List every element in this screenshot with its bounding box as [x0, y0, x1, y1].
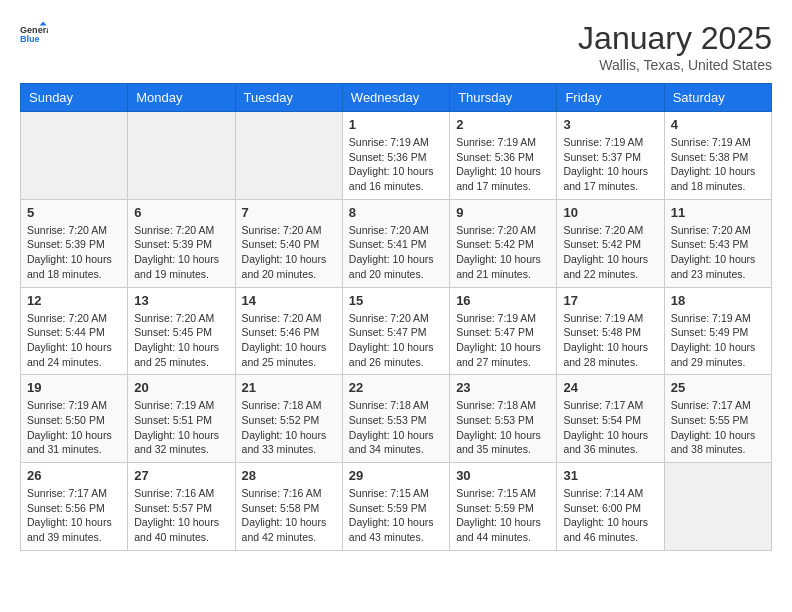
- week-row-2: 5Sunrise: 7:20 AM Sunset: 5:39 PM Daylig…: [21, 199, 772, 287]
- logo: General Blue: [20, 20, 48, 48]
- day-number: 12: [27, 293, 121, 308]
- day-cell: 18Sunrise: 7:19 AM Sunset: 5:49 PM Dayli…: [664, 287, 771, 375]
- day-number: 5: [27, 205, 121, 220]
- day-number: 1: [349, 117, 443, 132]
- day-info: Sunrise: 7:18 AM Sunset: 5:53 PM Dayligh…: [349, 398, 443, 457]
- day-number: 10: [563, 205, 657, 220]
- day-number: 7: [242, 205, 336, 220]
- day-cell: 23Sunrise: 7:18 AM Sunset: 5:53 PM Dayli…: [450, 375, 557, 463]
- day-info: Sunrise: 7:18 AM Sunset: 5:52 PM Dayligh…: [242, 398, 336, 457]
- day-info: Sunrise: 7:15 AM Sunset: 5:59 PM Dayligh…: [349, 486, 443, 545]
- weekday-header-friday: Friday: [557, 84, 664, 112]
- logo-icon: General Blue: [20, 20, 48, 48]
- day-cell: 12Sunrise: 7:20 AM Sunset: 5:44 PM Dayli…: [21, 287, 128, 375]
- day-cell: 28Sunrise: 7:16 AM Sunset: 5:58 PM Dayli…: [235, 463, 342, 551]
- day-info: Sunrise: 7:14 AM Sunset: 6:00 PM Dayligh…: [563, 486, 657, 545]
- day-info: Sunrise: 7:19 AM Sunset: 5:36 PM Dayligh…: [456, 135, 550, 194]
- weekday-header-thursday: Thursday: [450, 84, 557, 112]
- day-cell: 19Sunrise: 7:19 AM Sunset: 5:50 PM Dayli…: [21, 375, 128, 463]
- day-number: 27: [134, 468, 228, 483]
- day-info: Sunrise: 7:19 AM Sunset: 5:50 PM Dayligh…: [27, 398, 121, 457]
- day-number: 24: [563, 380, 657, 395]
- day-number: 17: [563, 293, 657, 308]
- day-cell: 13Sunrise: 7:20 AM Sunset: 5:45 PM Dayli…: [128, 287, 235, 375]
- day-cell: 17Sunrise: 7:19 AM Sunset: 5:48 PM Dayli…: [557, 287, 664, 375]
- day-info: Sunrise: 7:20 AM Sunset: 5:45 PM Dayligh…: [134, 311, 228, 370]
- day-cell: 5Sunrise: 7:20 AM Sunset: 5:39 PM Daylig…: [21, 199, 128, 287]
- day-cell: 6Sunrise: 7:20 AM Sunset: 5:39 PM Daylig…: [128, 199, 235, 287]
- day-cell: 15Sunrise: 7:20 AM Sunset: 5:47 PM Dayli…: [342, 287, 449, 375]
- day-number: 19: [27, 380, 121, 395]
- svg-text:Blue: Blue: [20, 34, 40, 44]
- day-info: Sunrise: 7:20 AM Sunset: 5:41 PM Dayligh…: [349, 223, 443, 282]
- calendar-subtitle: Wallis, Texas, United States: [578, 57, 772, 73]
- day-info: Sunrise: 7:16 AM Sunset: 5:58 PM Dayligh…: [242, 486, 336, 545]
- day-cell: 25Sunrise: 7:17 AM Sunset: 5:55 PM Dayli…: [664, 375, 771, 463]
- day-info: Sunrise: 7:17 AM Sunset: 5:56 PM Dayligh…: [27, 486, 121, 545]
- weekday-header-tuesday: Tuesday: [235, 84, 342, 112]
- day-number: 30: [456, 468, 550, 483]
- day-cell: 1Sunrise: 7:19 AM Sunset: 5:36 PM Daylig…: [342, 112, 449, 200]
- day-info: Sunrise: 7:20 AM Sunset: 5:42 PM Dayligh…: [456, 223, 550, 282]
- weekday-header-monday: Monday: [128, 84, 235, 112]
- day-number: 15: [349, 293, 443, 308]
- day-cell: 8Sunrise: 7:20 AM Sunset: 5:41 PM Daylig…: [342, 199, 449, 287]
- day-info: Sunrise: 7:17 AM Sunset: 5:55 PM Dayligh…: [671, 398, 765, 457]
- day-number: 6: [134, 205, 228, 220]
- day-number: 28: [242, 468, 336, 483]
- weekday-header-saturday: Saturday: [664, 84, 771, 112]
- weekday-header-row: SundayMondayTuesdayWednesdayThursdayFrid…: [21, 84, 772, 112]
- day-cell: 2Sunrise: 7:19 AM Sunset: 5:36 PM Daylig…: [450, 112, 557, 200]
- day-number: 3: [563, 117, 657, 132]
- day-number: 18: [671, 293, 765, 308]
- day-number: 2: [456, 117, 550, 132]
- day-cell: [235, 112, 342, 200]
- day-number: 20: [134, 380, 228, 395]
- day-info: Sunrise: 7:19 AM Sunset: 5:51 PM Dayligh…: [134, 398, 228, 457]
- day-number: 22: [349, 380, 443, 395]
- day-cell: 20Sunrise: 7:19 AM Sunset: 5:51 PM Dayli…: [128, 375, 235, 463]
- day-info: Sunrise: 7:20 AM Sunset: 5:43 PM Dayligh…: [671, 223, 765, 282]
- title-block: January 2025 Wallis, Texas, United State…: [578, 20, 772, 73]
- day-info: Sunrise: 7:16 AM Sunset: 5:57 PM Dayligh…: [134, 486, 228, 545]
- day-cell: 16Sunrise: 7:19 AM Sunset: 5:47 PM Dayli…: [450, 287, 557, 375]
- day-number: 25: [671, 380, 765, 395]
- day-cell: 4Sunrise: 7:19 AM Sunset: 5:38 PM Daylig…: [664, 112, 771, 200]
- day-number: 4: [671, 117, 765, 132]
- day-cell: 27Sunrise: 7:16 AM Sunset: 5:57 PM Dayli…: [128, 463, 235, 551]
- day-info: Sunrise: 7:19 AM Sunset: 5:49 PM Dayligh…: [671, 311, 765, 370]
- day-info: Sunrise: 7:19 AM Sunset: 5:47 PM Dayligh…: [456, 311, 550, 370]
- weekday-header-wednesday: Wednesday: [342, 84, 449, 112]
- page-header: General Blue January 2025 Wallis, Texas,…: [20, 20, 772, 73]
- day-cell: 24Sunrise: 7:17 AM Sunset: 5:54 PM Dayli…: [557, 375, 664, 463]
- day-info: Sunrise: 7:20 AM Sunset: 5:39 PM Dayligh…: [134, 223, 228, 282]
- day-cell: 22Sunrise: 7:18 AM Sunset: 5:53 PM Dayli…: [342, 375, 449, 463]
- day-number: 14: [242, 293, 336, 308]
- day-number: 26: [27, 468, 121, 483]
- day-info: Sunrise: 7:19 AM Sunset: 5:36 PM Dayligh…: [349, 135, 443, 194]
- day-number: 9: [456, 205, 550, 220]
- calendar-title: January 2025: [578, 20, 772, 57]
- day-cell: 14Sunrise: 7:20 AM Sunset: 5:46 PM Dayli…: [235, 287, 342, 375]
- day-cell: 10Sunrise: 7:20 AM Sunset: 5:42 PM Dayli…: [557, 199, 664, 287]
- day-info: Sunrise: 7:20 AM Sunset: 5:42 PM Dayligh…: [563, 223, 657, 282]
- svg-text:General: General: [20, 25, 48, 35]
- day-info: Sunrise: 7:19 AM Sunset: 5:48 PM Dayligh…: [563, 311, 657, 370]
- day-cell: 3Sunrise: 7:19 AM Sunset: 5:37 PM Daylig…: [557, 112, 664, 200]
- svg-marker-2: [40, 21, 47, 25]
- day-number: 21: [242, 380, 336, 395]
- day-number: 8: [349, 205, 443, 220]
- day-cell: 9Sunrise: 7:20 AM Sunset: 5:42 PM Daylig…: [450, 199, 557, 287]
- day-info: Sunrise: 7:18 AM Sunset: 5:53 PM Dayligh…: [456, 398, 550, 457]
- week-row-5: 26Sunrise: 7:17 AM Sunset: 5:56 PM Dayli…: [21, 463, 772, 551]
- day-cell: 31Sunrise: 7:14 AM Sunset: 6:00 PM Dayli…: [557, 463, 664, 551]
- day-cell: [21, 112, 128, 200]
- day-info: Sunrise: 7:20 AM Sunset: 5:44 PM Dayligh…: [27, 311, 121, 370]
- day-cell: 26Sunrise: 7:17 AM Sunset: 5:56 PM Dayli…: [21, 463, 128, 551]
- day-info: Sunrise: 7:19 AM Sunset: 5:38 PM Dayligh…: [671, 135, 765, 194]
- day-info: Sunrise: 7:15 AM Sunset: 5:59 PM Dayligh…: [456, 486, 550, 545]
- day-number: 23: [456, 380, 550, 395]
- day-cell: 30Sunrise: 7:15 AM Sunset: 5:59 PM Dayli…: [450, 463, 557, 551]
- day-info: Sunrise: 7:20 AM Sunset: 5:39 PM Dayligh…: [27, 223, 121, 282]
- day-cell: [128, 112, 235, 200]
